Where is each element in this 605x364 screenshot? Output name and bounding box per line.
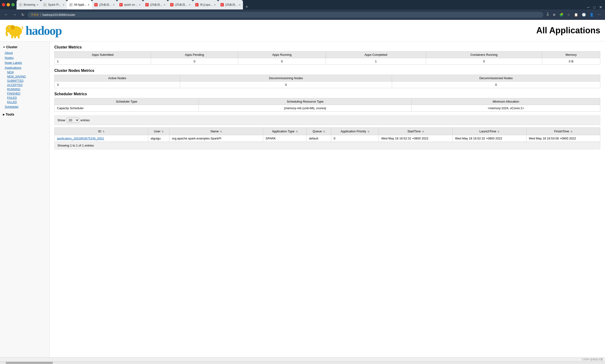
page-container: hadoop All Applications ▼ Cluster About … [0,20,605,364]
favorites-button[interactable]: ☆ [566,12,572,17]
sidebar-item-nodes[interactable]: Nodes [0,55,49,60]
tab-csdn3[interactable]: C (25条消... ✕ [168,0,193,10]
show-label: Show [57,118,65,122]
window-maximize-btn[interactable] [11,3,15,6]
col-user[interactable]: User ⇅ [148,128,169,135]
sidebar-item-submitted[interactable]: SUBMITTED [0,79,49,83]
sidebar-item-finished[interactable]: FINISHED [0,91,49,96]
collections-button[interactable]: 📋 [573,12,579,17]
val-minimum-allocation: <memory:1024, vCores:1> [412,105,600,112]
sidebar-item-scheduler[interactable]: Scheduler [0,104,49,109]
col-finish-time[interactable]: FinishTime ⇅ [526,128,600,135]
col-apps-running: Apps Running [238,52,326,58]
table-footer: Showing 1 to 1 of 1 entries [54,142,600,149]
app-id-link[interactable]: application_1652863875336_0001 [57,137,104,140]
sidebar-tools-section: ▶ Tools [0,111,49,118]
svg-point-4 [11,25,15,30]
tab-csdn2-close[interactable]: ✕ [164,3,166,6]
tab-browsing-close[interactable]: ✕ [37,3,39,6]
scrollbar-thumb[interactable] [6,362,53,364]
col-queue[interactable]: Queue ⇅ [307,128,331,135]
col-id[interactable]: ID ⇅ [55,128,148,135]
sidebar-item-failed[interactable]: FAILED [0,96,49,100]
content-area: Cluster Metrics Apps Submitted Apps Pend… [50,41,605,357]
sidebar-tools-header[interactable]: ▶ Tools [0,111,49,118]
col-app-priority[interactable]: Application Priority ⇅ [331,128,379,135]
sidebar-item-new[interactable]: NEW [0,70,49,75]
tab-stopspa-icon: C [195,3,198,6]
cluster-metrics-table: Apps Submitted Apps Pending Apps Running… [54,51,600,65]
profile-button[interactable]: 👤 [588,12,595,17]
tab-allapps-close[interactable]: ✕ [88,3,90,6]
tab-sparkon-close[interactable]: ✕ [139,3,141,6]
sidebar-cluster-label: Cluster [6,45,17,49]
sidebar-cluster-header[interactable]: ▼ Cluster [0,44,49,50]
window-minimize-btn[interactable] [7,3,10,6]
status-text: CSDN @侯的大数 [582,358,603,361]
address-input-container[interactable]: 不安全 | hadoop103:8088/cluster [28,12,543,18]
extensions-button[interactable]: 🧩 [558,12,565,17]
tab-sparkpi[interactable]: ⊞ Spark Pi... ✕ [41,0,67,10]
tab-browsing[interactable]: ⊞ Browsing ✕ [16,0,41,10]
finish-time-sort-icon: ⇅ [570,130,572,133]
sidebar-item-about[interactable]: About [0,50,49,55]
tab-stopspa-close[interactable]: ✕ [214,3,216,6]
tab-csdn4[interactable]: C (25条消... ✕ [218,0,243,10]
sidebar-item-applications[interactable]: Applications [0,65,49,70]
tab-sparkpi-close[interactable]: ✕ [63,3,64,6]
col-scheduler-type: Scheduler Type [55,98,199,105]
new-tab-button[interactable]: + [243,4,250,10]
refresh-button[interactable]: ↻ [20,12,26,18]
tab-csdn1[interactable]: C (25条消... ✕ [92,0,117,10]
forward-button[interactable]: → [11,12,18,18]
back-button[interactable]: ← [3,12,10,18]
col-apps-submitted: Apps Submitted [55,52,151,58]
close-window-button[interactable]: ✕ [599,5,602,10]
minimize-button[interactable]: ─ [587,5,589,10]
sidebar-item-accepted[interactable]: ACCEPTED [0,83,49,87]
tab-stopspa[interactable]: C 停止spa... ✕ [193,0,218,10]
tab-csdn1-close[interactable]: ✕ [113,3,115,6]
reader-mode-button[interactable]: ⊕ [551,12,557,17]
svg-point-3 [9,28,9,28]
col-app-type[interactable]: Application Type ⇅ [263,128,307,135]
window-close-btn[interactable] [2,3,5,6]
col-containers-running: Containers Running [426,52,542,58]
page-title: All Applications [536,26,600,36]
history-button[interactable]: 🕐 [580,12,587,17]
cluster-metrics-title: Cluster Metrics [54,45,600,49]
sidebar-item-new-saving[interactable]: NEW_SAVING [0,75,49,79]
tab-csdn1-label: (25条消... [99,3,111,7]
tab-csdn3-label: (25条消... [175,3,187,7]
val-active-nodes: 3 [55,81,180,88]
menu-button[interactable]: ⋯ [596,12,602,17]
sidebar-tools-label: Tools [6,113,14,116]
tab-allapps-icon: ⊞ [69,3,73,6]
app-table-scroll[interactable]: ID ⇅ User ⇅ Name ⇅ [54,127,600,142]
tab-csdn1-icon: C [94,3,98,6]
launch-time-sort-icon: ⇅ [498,130,499,133]
tab-sparkon[interactable]: C spark on... ✕ [117,0,143,10]
app-type-sort-icon: ⇅ [296,130,298,133]
entries-select[interactable]: 10 20 50 100 [67,117,79,123]
col-start-time[interactable]: StartTime ⇅ [379,128,452,135]
tab-sparkon-icon: C [119,3,123,6]
translate-button[interactable]: A̅ [545,12,550,17]
tab-all-applications[interactable]: ⊞ All Appli... ✕ [67,0,92,10]
tab-csdn3-close[interactable]: ✕ [189,3,191,6]
sidebar-item-killed[interactable]: KILLED [0,100,49,104]
col-name[interactable]: Name ⇅ [169,128,263,135]
cell-finish-time: Wed May 18 16:53:06 +0800 2022 [526,135,600,142]
tab-csdn4-close[interactable]: ✕ [239,3,241,6]
col-launch-time[interactable]: LaunchTime ⇅ [452,128,526,135]
tab-csdn2[interactable]: C (25条消... ✕ [143,0,168,10]
svg-rect-7 [18,35,20,38]
sidebar-item-running[interactable]: RUNNING [0,87,49,91]
scrollbar-area[interactable] [0,361,605,364]
val-scheduler-type: Capacity Scheduler [55,105,199,112]
id-sort-icon: ⇅ [103,130,104,133]
restore-button[interactable]: □ [593,5,595,9]
scheduler-metrics-title: Scheduler Metrics [54,92,600,96]
col-active-nodes: Active Nodes [55,75,180,81]
sidebar-item-node-labels[interactable]: Node Labels [0,60,49,65]
